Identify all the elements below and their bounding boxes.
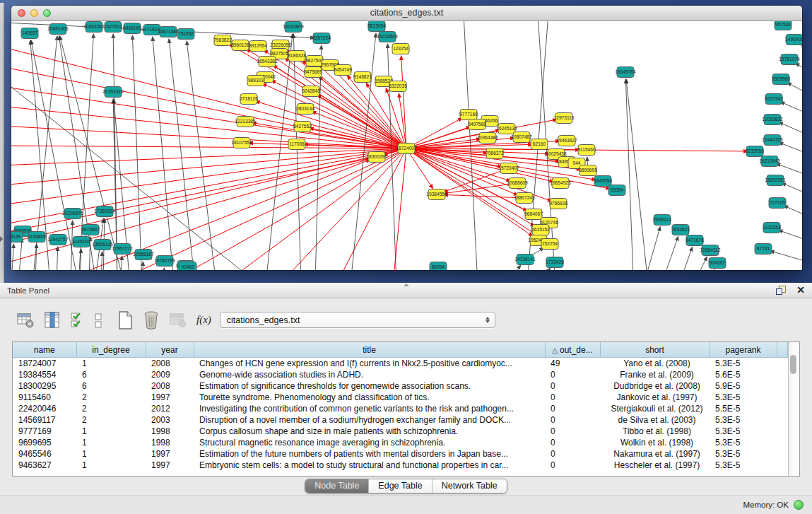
graph-node[interactable]: 16671388 [158,27,179,37]
table-cell[interactable]: 2009 [146,369,194,380]
window-controls[interactable] [18,9,51,17]
new-table-icon[interactable] [117,310,134,330]
minimize-window-button[interactable] [30,9,38,17]
table-cell[interactable]: Corpus callosum shape and size in male p… [194,426,545,437]
graph-node[interactable]: 9899695 [579,165,597,176]
graph-node[interactable]: 9756928 [549,199,567,209]
graph-node[interactable]: 8427552 [293,122,312,132]
table-cell[interactable]: de Silva et al. (2003) [600,414,710,426]
tab-edge-table[interactable]: Edge Table [368,479,431,493]
table-cell[interactable]: 0 [545,414,600,426]
graph-node[interactable]: 9242845 [302,86,320,97]
table-row[interactable]: 946554611997Estimation of the future num… [13,448,788,460]
graph-node[interactable]: 10654112 [700,245,721,256]
table-selector-dropdown[interactable]: citations_edges.txt [220,312,495,328]
graph-node[interactable]: 16543382 [257,57,278,67]
panel-expand-arrow-icon[interactable] [0,236,3,242]
graph-node[interactable]: 1640954 [594,176,612,187]
table-cell[interactable]: 1998 [146,426,194,437]
graph-node[interactable]: 16648784 [615,67,636,78]
graph-node[interactable]: 252254 [541,239,558,250]
table-cell[interactable]: 18300295 [13,380,76,392]
graph-node[interactable]: 15751074 [779,54,800,65]
graph-node[interactable]: 67731 [755,244,772,255]
table-cell[interactable]: Estimation of significance thresholds fo… [194,380,545,392]
graph-node[interactable]: 8215958 [746,146,764,157]
graph-node[interactable]: 9146821 [353,72,372,83]
graph-node[interactable]: 14136141 [514,255,536,265]
table-cell[interactable]: 9115460 [13,392,76,403]
table-cell[interactable]: 2 [76,403,146,414]
citation-network-graph[interactable]: 1872400718300295796382289601288912954232… [11,21,802,270]
table-row[interactable]: 946362711997Embryonic stem cells: a mode… [13,460,788,471]
table-cell[interactable]: 6 [76,380,146,392]
column-header[interactable]: in_degree [76,342,146,358]
close-panel-icon[interactable]: ✕ [796,286,805,295]
table-cell[interactable]: 1998 [146,437,194,448]
table-cell[interactable]: 5.9E-5 [710,380,777,392]
table-cell[interactable]: 0 [545,369,600,380]
table-cell[interactable]: 9463627 [13,460,76,471]
table-row[interactable]: 977716911998Corpus callosum shape and si… [13,426,788,437]
table-cell[interactable]: 5.3E-5 [710,358,777,370]
table-cell[interactable]: 1 [76,358,146,370]
table-row[interactable]: 1938455462009Genome-wide association stu… [13,369,788,380]
table-cell[interactable]: Franke et al. (2009) [600,369,710,380]
graph-node[interactable]: 39139 [11,232,23,243]
table-cell[interactable]: 0 [545,437,600,448]
graph-node[interactable]: 1145194 [72,237,90,247]
graph-node[interactable]: 1527602 [104,22,122,33]
graph-node[interactable]: 8960128 [231,40,249,51]
graph-node[interactable]: 15692951 [765,175,786,186]
table-cell[interactable]: 5.3E-5 [710,392,777,403]
graph-node[interactable]: 19654923 [550,178,571,189]
graph-node[interactable]: 12213385 [235,117,256,127]
table-cell[interactable]: 1 [76,437,146,448]
graph-node[interactable]: 117006 [288,139,305,150]
table-cell[interactable]: 9465546 [13,448,76,460]
graph-node[interactable]: 9777169 [459,110,478,120]
table-cell[interactable]: 0 [545,380,600,392]
table-cell[interactable]: 18724007 [13,358,76,370]
table-row[interactable]: 969969511998Structural magnetic resonanc… [13,437,788,448]
column-header[interactable]: name [13,342,76,358]
table-cell[interactable]: 1997 [146,448,194,460]
table-cell[interactable]: 2 [76,414,146,426]
table-cell[interactable]: 1997 [146,460,194,471]
graph-node[interactable]: 8322035 [389,81,407,92]
tab-network-table[interactable]: Network Table [432,479,507,493]
table-cell[interactable]: Yano et al. (2008) [600,358,710,370]
graph-node[interactable]: 12093832 [762,115,783,125]
graph-node[interactable]: 12942757 [47,235,69,245]
table-cell[interactable]: 0 [545,392,600,403]
table-cell[interactable]: Estimation of the future numbers of pati… [194,448,545,460]
function-builder-icon[interactable]: f(x) [196,314,211,326]
table-cell[interactable]: 9777169 [13,426,76,437]
graph-node[interactable]: 19384554 [426,189,447,200]
graph-node[interactable]: 751552 [177,29,194,40]
graph-node[interactable]: 20364486 [477,133,498,144]
unselect-rows-icon[interactable] [93,311,103,329]
graph-node[interactable]: 12973115 [554,113,575,124]
column-header[interactable]: pagerank [710,342,777,358]
graph-node[interactable]: 18807243 [514,193,535,204]
graph-node[interactable]: 123254 [392,44,409,54]
table-cell[interactable]: Tibbo et al. (1998) [600,426,710,437]
graph-node[interactable]: 2718126 [240,94,258,105]
table-header-row[interactable]: namein_degreeyeartitle△out_de...shortpag… [13,342,788,358]
table-cell[interactable]: 2 [76,392,146,403]
graph-node[interactable]: 20691406 [47,24,69,35]
graph-node[interactable]: 989303 [247,76,264,86]
table-cell[interactable]: Jankovic et al. (1997) [600,392,710,403]
column-header[interactable]: title [194,342,545,358]
table-row[interactable]: 911546021997Tourette syndrome. Phenomeno… [13,392,788,403]
table-cell[interactable]: Dudbridge et al. (2008) [600,380,710,392]
column-header[interactable]: △out_de... [545,342,600,358]
table-panel-header[interactable]: Table Panel ✕ [0,283,812,298]
table-cell[interactable]: 1997 [146,392,194,403]
table-row[interactable]: 1456911722003Disruption of a novel membe… [13,414,788,426]
graph-node[interactable]: 16210643 [759,156,780,167]
graph-node[interactable]: 8454749 [334,65,352,76]
graph-node[interactable]: 93384 [608,185,625,196]
zoom-window-button[interactable] [43,9,51,17]
